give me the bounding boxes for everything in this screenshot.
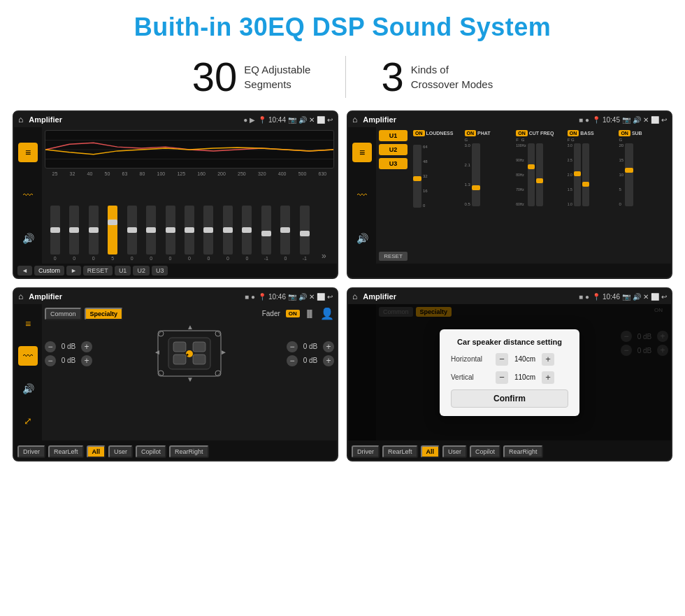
- dialog-btn-copilot[interactable]: Copilot: [470, 445, 500, 458]
- db-minus-rr[interactable]: −: [287, 355, 298, 366]
- fader-body: ≡ 〰 🔊 ⤢ Common Specialty Fader ON ▐▌ 👤: [14, 304, 337, 440]
- btn-all[interactable]: All: [87, 445, 106, 458]
- dialog-vertical-plus[interactable]: +: [542, 371, 554, 384]
- eq-main: 25 32 40 50 63 80 100 125 160 200 250 32…: [42, 127, 337, 264]
- tab-specialty[interactable]: Specialty: [85, 308, 124, 320]
- speaker-diagram: ✦ ◄ ► ▲ ▼: [96, 324, 283, 383]
- eq-freq-labels: 25 32 40 50 63 80 100 125 160 200 250 32…: [45, 171, 334, 176]
- eq-slider-10[interactable]: 0: [219, 206, 236, 261]
- dialog-bottom-bar: Driver RearLeft All User Copilot RearRig…: [348, 443, 671, 460]
- home-icon-1[interactable]: ⌂: [18, 115, 23, 124]
- status-icons-2: 📍 10:45 📷 🔊 ✕ ⬜ ↩: [592, 116, 667, 124]
- eq-slider-2[interactable]: 0: [65, 206, 82, 261]
- eq-prev-btn[interactable]: ◄: [17, 266, 32, 275]
- status-icons-3: 📍 10:46 📷 🔊 ✕ ⬜ ↩: [258, 293, 333, 301]
- ch-phat: ON PHAT G 3.0 2.1 1.3 0.5: [465, 130, 514, 208]
- fader-top-bar: Common Specialty Fader ON ▐▌ 👤: [45, 307, 334, 320]
- fader-on-toggle[interactable]: ON: [286, 310, 300, 317]
- home-icon-4[interactable]: ⌂: [352, 292, 357, 301]
- db-minus-rl[interactable]: −: [45, 355, 56, 366]
- eq-graph: [45, 130, 334, 169]
- stats-row: 30 EQ Adjustable Segments 3 Kinds of Cro…: [0, 49, 685, 110]
- app-name-3: Amplifier: [29, 292, 242, 301]
- eq-bottom-bar: ◄ Custom ► RESET U1 U2 U3: [14, 264, 337, 278]
- eq-icon-wave[interactable]: 〰: [18, 185, 38, 205]
- dialog-horizontal-row: Horizontal − 140cm +: [451, 353, 568, 366]
- btn-rearleft[interactable]: RearLeft: [48, 445, 84, 458]
- confirm-button[interactable]: Confirm: [451, 389, 568, 408]
- db-plus-rr[interactable]: +: [323, 355, 334, 366]
- preset-u1[interactable]: U1: [379, 130, 408, 141]
- dialog-box: Car speaker distance setting Horizontal …: [440, 329, 579, 416]
- eq-u3-btn[interactable]: U3: [152, 266, 168, 275]
- fader-slider-icon: ▐▌: [305, 310, 315, 317]
- ch-on-sub[interactable]: ON: [619, 130, 630, 136]
- eq-slider-3[interactable]: 0: [85, 206, 102, 261]
- ch-on-cutfreq[interactable]: ON: [516, 130, 528, 136]
- ch-on-bass[interactable]: ON: [568, 130, 579, 136]
- screen-dialog: ⌂ Amplifier ■ ● 📍 10:46 📷 🔊 ✕ ⬜ ↩ Common: [347, 287, 672, 461]
- db-minus-fr[interactable]: −: [287, 341, 298, 352]
- btn-rearright[interactable]: RearRight: [169, 445, 209, 458]
- crossover-wave-icon[interactable]: 〰: [352, 185, 372, 205]
- fader-wave-icon[interactable]: 〰: [18, 346, 38, 366]
- dialog-btn-all[interactable]: All: [421, 445, 440, 458]
- eq-slider-12[interactable]: -1: [257, 206, 275, 261]
- eq-slider-7[interactable]: 0: [161, 206, 179, 261]
- eq-u2-btn[interactable]: U2: [133, 266, 150, 275]
- db-plus-fl[interactable]: +: [81, 341, 92, 352]
- eq-slider-9[interactable]: 0: [200, 206, 217, 261]
- fader-arrows-icon[interactable]: ⤢: [18, 411, 38, 431]
- dialog-btn-rearleft[interactable]: RearLeft: [382, 445, 418, 458]
- dialog-btn-rearright[interactable]: RearRight: [503, 445, 543, 458]
- preset-u2[interactable]: U2: [379, 144, 408, 155]
- db-plus-fr[interactable]: +: [323, 341, 334, 352]
- eq-custom-btn[interactable]: Custom: [34, 266, 64, 275]
- db-minus-fl[interactable]: −: [45, 341, 56, 352]
- db-control-rl: − 0 dB +: [45, 355, 92, 366]
- fader-main: Common Specialty Fader ON ▐▌ 👤 − 0 dB +: [42, 304, 337, 440]
- eq-number: 30: [192, 57, 238, 97]
- eq-slider-11[interactable]: 0: [238, 206, 256, 261]
- ch-on-phat[interactable]: ON: [465, 130, 477, 136]
- eq-slider-13[interactable]: 0: [277, 206, 294, 261]
- eq-slider-8[interactable]: 0: [180, 206, 198, 261]
- dialog-title: Car speaker distance setting: [451, 338, 568, 346]
- eq-slider-5[interactable]: 0: [123, 206, 140, 261]
- btn-copilot[interactable]: Copilot: [136, 445, 166, 458]
- fader-bottom-bar: Driver RearLeft All User Copilot RearRig…: [14, 443, 337, 460]
- eq-slider-14[interactable]: -1: [296, 206, 313, 261]
- svg-text:▼: ▼: [187, 375, 194, 383]
- eq-slider-1[interactable]: 0: [46, 206, 64, 261]
- eq-reset-btn[interactable]: RESET: [83, 266, 113, 275]
- btn-user[interactable]: User: [108, 445, 133, 458]
- eq-slider-6[interactable]: 0: [142, 206, 159, 261]
- dialog-horizontal-plus[interactable]: +: [542, 353, 554, 366]
- tab-common[interactable]: Common: [45, 308, 82, 320]
- btn-driver[interactable]: Driver: [17, 445, 45, 458]
- crossover-speaker-icon[interactable]: 🔊: [352, 229, 372, 248]
- eq-icon-speaker[interactable]: 🔊: [18, 229, 38, 248]
- db-plus-rl[interactable]: +: [81, 355, 92, 366]
- dialog-vertical-minus[interactable]: −: [496, 371, 508, 384]
- eq-slider-4[interactable]: 5: [103, 206, 121, 261]
- ch-on-loudness[interactable]: ON: [413, 130, 425, 136]
- dialog-btn-user[interactable]: User: [442, 445, 467, 458]
- dialog-horizontal-minus[interactable]: −: [496, 353, 508, 366]
- fader-eq-icon[interactable]: ≡: [18, 314, 38, 334]
- home-icon-2[interactable]: ⌂: [352, 115, 357, 124]
- svg-text:▲: ▲: [187, 324, 194, 331]
- eq-icon-active[interactable]: ≡: [18, 143, 38, 162]
- crossover-body: ≡ 〰 🔊 U1 U2 U3 RESET: [348, 127, 671, 264]
- eq-next-btn[interactable]: ►: [66, 266, 81, 275]
- eq-u1-btn[interactable]: U1: [115, 266, 131, 275]
- fader-person-icon[interactable]: 👤: [320, 307, 334, 320]
- fader-speaker-icon[interactable]: 🔊: [18, 379, 38, 399]
- crossover-eq-icon[interactable]: ≡: [352, 143, 372, 162]
- eq-slider-15: »: [315, 251, 333, 261]
- home-icon-3[interactable]: ⌂: [18, 292, 23, 301]
- dialog-btn-driver[interactable]: Driver: [352, 445, 380, 458]
- crossover-reset[interactable]: RESET: [379, 252, 408, 261]
- preset-u3[interactable]: U3: [379, 158, 408, 169]
- fader-left-controls: − 0 dB + − 0 dB +: [45, 341, 92, 366]
